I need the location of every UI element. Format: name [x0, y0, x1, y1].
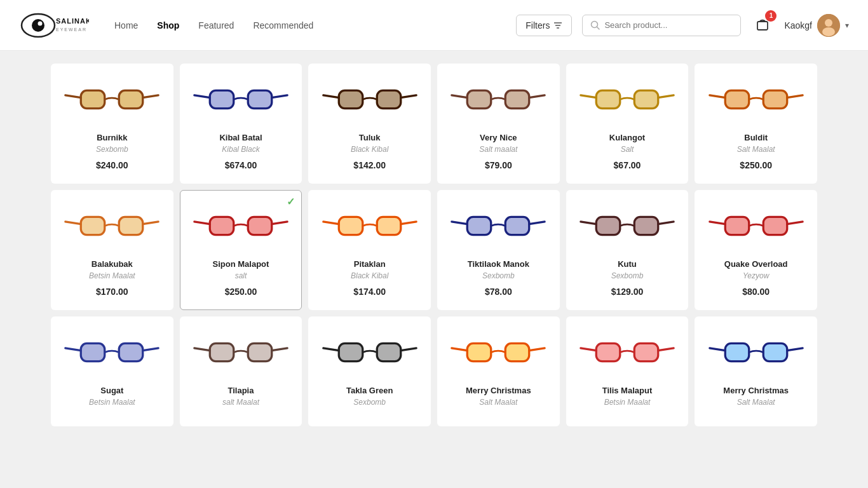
product-image: [59, 74, 165, 125]
svg-rect-69: [248, 343, 272, 361]
cart-badge: 1: [765, 10, 776, 22]
nav-home[interactable]: Home: [114, 18, 138, 33]
product-card[interactable]: ✓ Quake Overload Yezyow $80.00: [695, 190, 817, 310]
product-name: Sipon Malapot: [213, 259, 269, 269]
product-card[interactable]: ✓ Merry Christmas Salt Maalat: [695, 316, 817, 426]
product-card[interactable]: ✓ Merry Christmas Salt Maalat: [437, 316, 560, 426]
product-variant: Salt maalat: [479, 145, 517, 154]
product-name: Kulangot: [609, 133, 645, 142]
svg-line-63: [143, 348, 158, 351]
svg-line-62: [65, 348, 81, 351]
svg-rect-52: [468, 217, 491, 234]
svg-line-54: [581, 222, 596, 224]
search-bar[interactable]: [582, 15, 741, 36]
product-name: Quake Overload: [724, 259, 788, 269]
logo[interactable]: SALINAKA EYEWEAR: [19, 10, 89, 41]
svg-point-2: [38, 21, 43, 25]
svg-rect-73: [377, 343, 401, 361]
product-card[interactable]: ✓ Sipon Malapot salt $250.00: [180, 190, 302, 310]
avatar-image: [817, 14, 840, 37]
svg-line-47: [400, 222, 416, 224]
filter-icon: [553, 21, 562, 30]
svg-line-78: [581, 348, 596, 351]
svg-line-42: [194, 222, 210, 224]
svg-line-26: [452, 95, 467, 98]
product-variant: Betsin Maalat: [89, 271, 135, 280]
product-name: Tilapia: [228, 386, 254, 395]
product-variant: Black Kibal: [351, 145, 388, 154]
product-card[interactable]: ✓ Pitaklan Black Kibal $174.00: [308, 190, 431, 310]
svg-line-27: [529, 95, 545, 98]
svg-line-18: [194, 95, 210, 98]
svg-rect-20: [210, 90, 234, 108]
svg-line-74: [452, 348, 467, 351]
svg-text:EYEWEAR: EYEWEAR: [56, 27, 87, 32]
product-image: [188, 74, 294, 125]
product-image: [574, 201, 681, 252]
svg-rect-57: [634, 217, 658, 234]
product-card[interactable]: ✓ Tiktilaok Manok Sexbomb $78.00: [437, 190, 560, 310]
svg-line-75: [529, 348, 545, 351]
filter-button[interactable]: Filters: [516, 15, 572, 36]
cart-button[interactable]: 1: [751, 13, 774, 38]
svg-line-38: [65, 222, 81, 224]
product-image: [316, 201, 423, 252]
selected-check: ✓: [287, 196, 295, 208]
user-avatar: [817, 14, 840, 37]
svg-rect-33: [634, 90, 658, 108]
svg-line-58: [710, 222, 725, 224]
product-price: $79.00: [485, 160, 512, 170]
svg-line-14: [65, 95, 81, 98]
svg-line-15: [143, 95, 158, 98]
svg-rect-28: [468, 90, 491, 108]
nav-recommended[interactable]: Recommended: [253, 18, 313, 33]
product-card[interactable]: ✓ Tilis Malaput Betsin Maalat: [566, 316, 689, 426]
product-name: Burnikk: [97, 133, 127, 142]
svg-rect-72: [339, 343, 363, 361]
svg-rect-53: [506, 217, 529, 234]
product-variant: Betsin Maalat: [89, 398, 135, 407]
product-price: $78.00: [485, 287, 512, 297]
search-input[interactable]: [604, 20, 733, 30]
product-variant: Salt Maalat: [737, 398, 775, 407]
product-price: $250.00: [740, 160, 772, 170]
product-card[interactable]: ✓ Tuluk Black Kibal $142.00: [308, 64, 431, 184]
svg-line-46: [323, 222, 339, 224]
svg-rect-44: [210, 217, 234, 234]
product-card[interactable]: ✓ Kutu Sexbomb $129.00: [566, 190, 689, 310]
product-price: $80.00: [742, 287, 770, 297]
product-name: Kutu: [618, 259, 637, 269]
product-card[interactable]: ✓ Tilapia salt Maalat: [180, 316, 302, 426]
product-card[interactable]: ✓ Kibal Batal Kibal Black $674.00: [180, 64, 302, 184]
svg-line-79: [658, 348, 674, 351]
product-variant: Salt Maalat: [479, 398, 517, 407]
product-name: Very Nice: [480, 133, 517, 142]
product-card[interactable]: ✓ Kulangot Salt $67.00: [566, 64, 689, 184]
user-area[interactable]: Kaokgf ▾: [784, 14, 849, 37]
svg-rect-10: [757, 22, 768, 30]
svg-line-82: [710, 348, 725, 351]
product-card[interactable]: ✓ Burnikk Sexbomb $240.00: [51, 64, 173, 184]
svg-rect-24: [339, 90, 363, 108]
product-image: [188, 201, 294, 252]
product-card[interactable]: ✓ Balakubak Betsin Maalat $170.00: [51, 190, 173, 310]
user-name: Kaokgf: [784, 20, 812, 30]
product-price: $129.00: [611, 287, 644, 297]
product-card[interactable]: ✓ Buldit Salt Maalat $250.00: [695, 64, 817, 184]
product-image: [59, 327, 165, 378]
svg-line-35: [787, 95, 802, 98]
nav-shop[interactable]: Shop: [157, 18, 179, 33]
product-name: Sugat: [100, 386, 123, 395]
product-image: [445, 74, 552, 125]
product-card[interactable]: ✓ Takla Green Sexbomb: [308, 316, 431, 426]
product-image: [703, 327, 809, 378]
svg-rect-41: [119, 217, 143, 234]
svg-line-9: [597, 27, 600, 29]
nav-featured[interactable]: Featured: [198, 18, 234, 33]
product-card[interactable]: ✓ Sugat Betsin Maalat: [51, 316, 173, 426]
product-name: Tilis Malaput: [602, 386, 653, 395]
product-card[interactable]: ✓ Very Nice Salt maalat $79.00: [437, 64, 560, 184]
svg-line-43: [272, 222, 287, 224]
product-name: Merry Christmas: [723, 386, 789, 395]
product-variant: salt Maalat: [222, 398, 259, 407]
